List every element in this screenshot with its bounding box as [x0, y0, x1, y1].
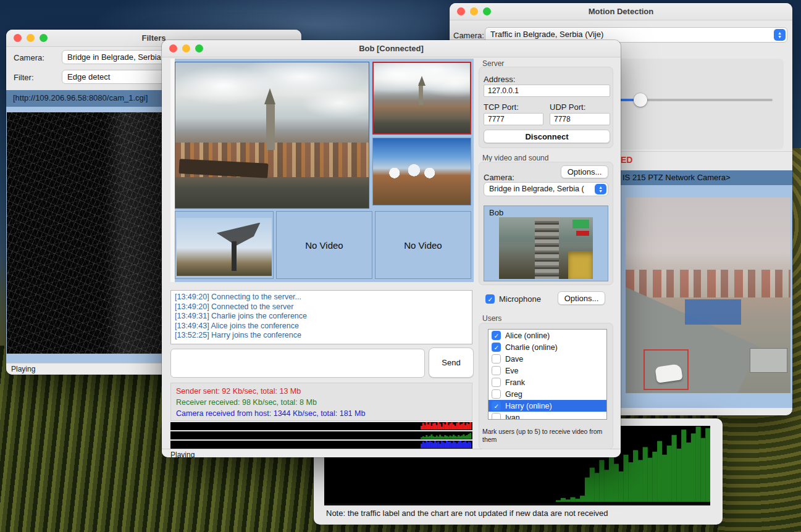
user-row[interactable]: Frank: [489, 376, 606, 388]
user-checkbox[interactable]: [492, 343, 501, 352]
no-video-label: No Video: [305, 240, 343, 251]
address-label: Address:: [484, 75, 515, 84]
microphone-checkbox[interactable]: [485, 294, 495, 304]
video-cell-empty-2[interactable]: No Video: [375, 211, 471, 279]
microphone-options-button[interactable]: Options...: [558, 291, 605, 305]
user-checkbox[interactable]: [492, 366, 501, 375]
users-hint: Mark users (up to 5) to receive video fr…: [482, 428, 611, 444]
chevron-up-down-icon: ▲▼: [774, 29, 786, 41]
chart-note: Note: the traffic label and the chart ar…: [326, 509, 608, 518]
status-bar: Playing: [162, 449, 621, 457]
user-row[interactable]: Ivan: [489, 412, 606, 420]
tcp-port-input[interactable]: [484, 113, 543, 125]
my-video-group-label: My video and sound: [482, 154, 548, 162]
tv-logo: [572, 220, 589, 228]
video-cell-selected[interactable]: [372, 62, 471, 135]
sensitivity-slider[interactable]: [634, 93, 647, 107]
user-row[interactable]: Eve: [489, 365, 606, 376]
receiver-audio-bar: [170, 431, 472, 439]
disconnect-button[interactable]: Disconnect: [484, 130, 610, 143]
bob-conference-window: Bob [Connected] No Video No Video [13: [162, 40, 621, 457]
video-cell-main[interactable]: [175, 62, 369, 209]
stats-panel: Sender sent: 92 Kb/sec, total: 13 MbRece…: [170, 383, 472, 421]
camera-options-button[interactable]: Options...: [561, 165, 608, 178]
detected-car: [655, 364, 682, 383]
user-name: Harry (online): [505, 402, 552, 410]
user-name: Frank: [505, 378, 525, 387]
user-row[interactable]: Charlie (online): [489, 341, 606, 353]
users-listbox[interactable]: Alice (online)Charlie (online)DaveEveFra…: [488, 329, 607, 420]
user-checkbox[interactable]: [492, 378, 501, 387]
motion-detection-rectangle: [644, 349, 689, 390]
user-checkbox[interactable]: [492, 389, 501, 399]
grid-margin: [170, 59, 175, 282]
window-title: Motion Detection: [450, 7, 792, 16]
address-input[interactable]: [484, 85, 610, 97]
user-row[interactable]: Harry (online): [489, 400, 606, 412]
user-checkbox[interactable]: [492, 413, 501, 420]
video-grid: No Video No Video: [175, 59, 474, 282]
user-row[interactable]: Dave: [489, 353, 606, 365]
church-spire: [418, 76, 426, 86]
filter-label: Filter:: [14, 73, 34, 82]
radio-telescope-video: [177, 218, 272, 276]
chat-line: [13:49:43] Alice joins the conference: [175, 322, 468, 331]
udp-port-input[interactable]: [550, 113, 610, 125]
tcp-port-label: TCP Port:: [484, 102, 519, 112]
camera-label: Camera:: [453, 31, 484, 40]
stat-line: Receiver received: 98 Kb/sec, total: 8 M…: [176, 397, 467, 408]
user-row[interactable]: Alice (online): [489, 330, 606, 341]
houses: [626, 270, 791, 297]
church-spire: [264, 88, 275, 104]
preview-user-name: Bob: [489, 208, 503, 217]
user-name: Eve: [505, 367, 519, 375]
bob-titlebar[interactable]: Bob [Connected]: [162, 40, 621, 57]
my-video-preview: Bob: [484, 206, 608, 281]
udp-port-label: UDP Port:: [550, 102, 585, 112]
users-group-label: Users: [482, 314, 501, 323]
edge-detect-video: [7, 112, 162, 354]
user-row[interactable]: Greg: [489, 388, 606, 400]
chat-log[interactable]: [13:49:20] Connecting to the server...[1…: [170, 290, 472, 344]
motion-status-label: ED: [621, 155, 632, 165]
chat-line: [13:52:25] Harry joins the conference: [175, 331, 468, 341]
user-checkbox[interactable]: [492, 354, 501, 364]
tv-logo-red: [576, 231, 589, 236]
church-tower: [419, 83, 423, 105]
chat-line: [13:49:31] Charlie joins the conference: [175, 312, 468, 322]
window-title: Bob [Connected]: [162, 44, 621, 53]
bridge-road: [535, 217, 560, 279]
chat-line: [13:49:20] Connected to the server: [175, 302, 468, 312]
stat-line: Camera received from host: 1344 Kb/sec, …: [176, 408, 467, 419]
user-name: Greg: [505, 390, 522, 399]
chat-line: [13:49:20] Connecting to the server...: [175, 293, 468, 302]
traffic-camera-video: [626, 197, 791, 393]
video-cell-empty-1[interactable]: No Video: [276, 211, 372, 279]
church-tower: [266, 103, 275, 150]
camera-label: Camera:: [14, 53, 44, 62]
video-cell-observatory[interactable]: [372, 138, 471, 206]
sender-audio-bar: [170, 422, 472, 430]
user-name: Alice (online): [505, 331, 550, 340]
telescope-dish: [217, 223, 261, 246]
camera-select-value: Traffic in Belgrade, Serbia (Vije): [490, 30, 603, 39]
bridge-traffic-video: [499, 217, 593, 279]
user-checkbox[interactable]: [492, 331, 501, 340]
user-name: Dave: [505, 355, 523, 364]
my-camera-select-value: Bridge in Belgrade, Serbia (: [489, 185, 584, 193]
message-input[interactable]: [170, 349, 425, 378]
user-checkbox[interactable]: [492, 401, 501, 410]
motion-titlebar[interactable]: Motion Detection: [450, 3, 792, 20]
telescope-mast: [232, 241, 237, 272]
camera-traffic-bar: [170, 441, 472, 449]
video-cell-telescope[interactable]: [175, 211, 274, 279]
chevron-up-down-icon: ▲▼: [595, 184, 606, 194]
camera-label: Camera:: [484, 173, 514, 182]
user-name: Ivan: [505, 414, 520, 420]
my-camera-select[interactable]: Bridge in Belgrade, Serbia ( ▲▼: [484, 182, 608, 196]
stat-line: Sender sent: 92 Kb/sec, total: 13 Mb: [176, 386, 467, 397]
user-name: Charlie (online): [505, 343, 558, 352]
kiosk: [685, 299, 741, 325]
yellow-building: [568, 251, 593, 279]
send-button[interactable]: Send: [429, 347, 474, 378]
